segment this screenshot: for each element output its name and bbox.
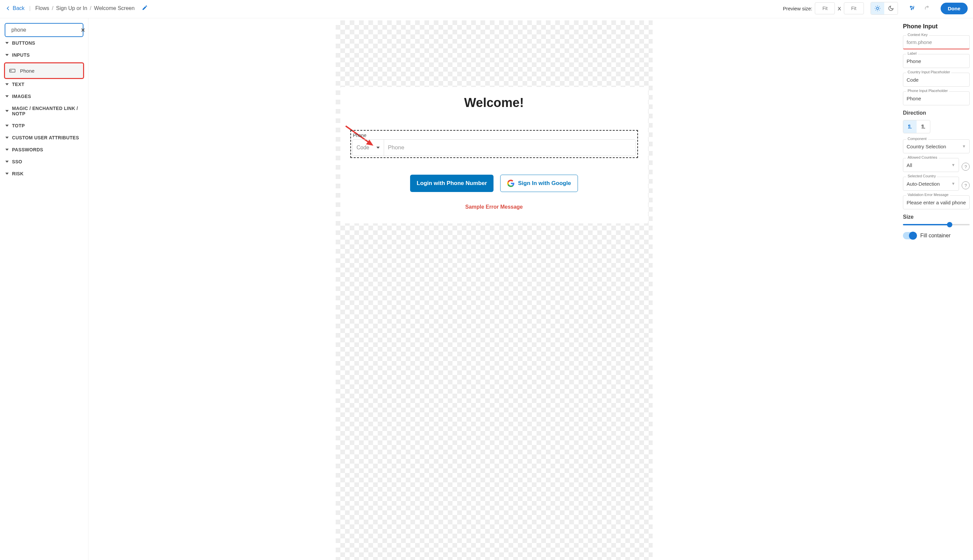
- allowed-countries-select[interactable]: All ▼: [903, 158, 959, 172]
- size-heading: Size: [903, 214, 970, 220]
- direction-toggle: [903, 120, 930, 133]
- preview-width-input[interactable]: [815, 2, 835, 14]
- input-icon: [9, 67, 16, 74]
- divider: |: [29, 5, 31, 11]
- screen-card[interactable]: Welcome! Phone Code Login with Phone Nu: [340, 87, 648, 223]
- chevron-down-icon: [5, 42, 9, 44]
- section-magic-label: MAGIC / ENCHANTED LINK / NOTP: [12, 106, 83, 116]
- label-field-input[interactable]: [903, 54, 970, 68]
- back-label: Back: [13, 5, 25, 11]
- selected-country-value: Auto-Detection: [906, 181, 940, 187]
- edit-icon[interactable]: [142, 5, 148, 12]
- size-slider[interactable]: [903, 224, 970, 225]
- search-input[interactable]: [11, 27, 78, 33]
- section-passwords[interactable]: PASSWORDS: [5, 144, 84, 156]
- component-select-value: Country Selection: [906, 144, 946, 149]
- phone-component[interactable]: Phone Code: [350, 130, 638, 158]
- section-inputs[interactable]: INPUTS: [5, 49, 84, 61]
- undo-button[interactable]: [908, 4, 916, 13]
- svg-point-0: [876, 7, 879, 10]
- breadcrumb: Flows / Sign Up or In / Welcome Screen: [35, 5, 135, 11]
- fill-container-toggle[interactable]: [903, 232, 916, 239]
- section-sso-label: SSO: [12, 159, 22, 164]
- component-select[interactable]: Country Selection ▼: [903, 139, 970, 153]
- section-sso[interactable]: SSO: [5, 156, 84, 168]
- section-text[interactable]: TEXT: [5, 78, 84, 90]
- validation-input[interactable]: [903, 195, 970, 209]
- label-field-label: Label: [906, 51, 918, 55]
- chevron-down-icon: [5, 173, 9, 175]
- allowed-countries-label: Allowed Countries: [906, 155, 939, 159]
- context-key-label: Context Key: [906, 33, 929, 37]
- preview-size-group: Preview size: X: [783, 2, 864, 14]
- search-input-wrap: ✕: [5, 23, 84, 37]
- crumb-flows[interactable]: Flows: [35, 5, 49, 11]
- section-passwords-label: PASSWORDS: [12, 147, 43, 152]
- redo-icon: [923, 4, 931, 11]
- allowed-countries-value: All: [906, 162, 912, 168]
- login-phone-button[interactable]: Login with Phone Number: [410, 175, 494, 192]
- chevron-down-icon: [376, 147, 380, 149]
- crumb-signup[interactable]: Sign Up or In: [56, 5, 87, 11]
- context-key-input[interactable]: [903, 35, 970, 49]
- validation-label: Validation Error Message: [906, 193, 950, 197]
- section-custom-label: CUSTOM USER ATTRIBUTES: [12, 135, 79, 140]
- google-signin-button[interactable]: Sign In with Google: [500, 175, 578, 192]
- google-signin-label: Sign In with Google: [518, 180, 571, 187]
- section-risk-label: RISK: [12, 171, 24, 176]
- chevron-down-icon: [5, 95, 9, 97]
- phone-placeholder-input[interactable]: [903, 91, 970, 105]
- help-icon[interactable]: ?: [962, 181, 970, 189]
- error-message: Sample Error Message: [347, 204, 641, 210]
- back-button[interactable]: Back: [5, 5, 25, 11]
- component-phone-label: Phone: [20, 68, 34, 74]
- search-clear-button[interactable]: ✕: [81, 27, 85, 33]
- dark-theme-button[interactable]: [884, 2, 898, 14]
- crumb-welcome[interactable]: Welcome Screen: [94, 5, 135, 11]
- light-theme-button[interactable]: [871, 2, 884, 14]
- google-icon: [507, 180, 515, 187]
- rightpanel-title: Phone Input: [903, 23, 970, 30]
- direction-ltr-button[interactable]: [903, 120, 916, 133]
- section-magic[interactable]: MAGIC / ENCHANTED LINK / NOTP: [5, 102, 84, 120]
- redo-button[interactable]: [923, 4, 931, 13]
- component-select-label: Component: [906, 137, 928, 141]
- done-button[interactable]: Done: [941, 3, 968, 14]
- phone-number-input[interactable]: [384, 140, 636, 156]
- component-phone[interactable]: Phone: [5, 63, 84, 78]
- country-code-placeholder: Code: [357, 145, 369, 151]
- section-risk[interactable]: RISK: [5, 168, 84, 180]
- selected-country-label: Selected Country: [906, 174, 937, 178]
- caret-down-icon: ▼: [962, 144, 966, 149]
- selected-country-select[interactable]: Auto-Detection ▼: [903, 177, 959, 191]
- phone-placeholder-label: Phone Input Placeholder: [906, 89, 949, 93]
- page-title: Welcome!: [347, 96, 641, 110]
- direction-rtl-button[interactable]: [916, 120, 930, 133]
- country-placeholder-input[interactable]: [903, 73, 970, 87]
- arrow-left-icon: [5, 6, 11, 11]
- chevron-down-icon: [5, 161, 9, 163]
- moon-icon: [888, 5, 894, 11]
- help-icon[interactable]: ?: [962, 163, 970, 171]
- caret-down-icon: ▼: [951, 163, 955, 167]
- preview-height-input[interactable]: [844, 2, 864, 14]
- chevron-down-icon: [5, 137, 9, 139]
- canvas[interactable]: Welcome! Phone Code Login with Phone Nu: [336, 20, 653, 560]
- section-images[interactable]: IMAGES: [5, 90, 84, 102]
- section-images-label: IMAGES: [12, 94, 31, 99]
- caret-down-icon: ▼: [951, 181, 955, 186]
- ltr-icon: [907, 124, 913, 130]
- section-totp[interactable]: TOTP: [5, 120, 84, 132]
- section-buttons[interactable]: BUTTONS: [5, 37, 84, 49]
- rtl-icon: [920, 124, 926, 130]
- country-code-select[interactable]: Code: [353, 140, 384, 156]
- section-custom[interactable]: CUSTOM USER ATTRIBUTES: [5, 132, 84, 144]
- direction-heading: Direction: [903, 110, 970, 116]
- preview-size-label: Preview size:: [783, 6, 812, 11]
- fill-container-label: Fill container: [920, 233, 951, 239]
- sun-icon: [874, 5, 881, 12]
- chevron-down-icon: [5, 54, 9, 56]
- country-placeholder-label: Country Input Placeholder: [906, 70, 951, 74]
- preview-x-label: X: [838, 6, 841, 11]
- section-inputs-label: INPUTS: [12, 52, 30, 58]
